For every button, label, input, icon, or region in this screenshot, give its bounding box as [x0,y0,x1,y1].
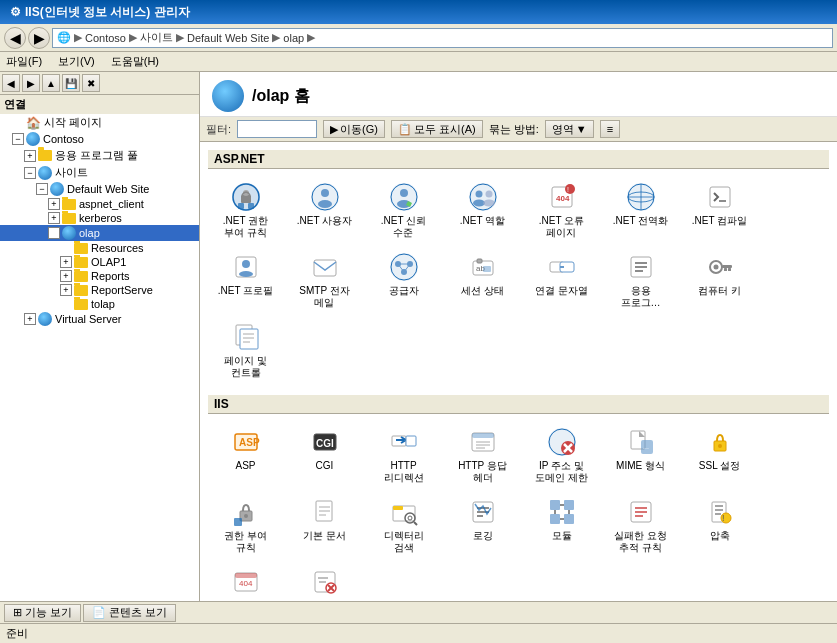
sidebar-item-tolap[interactable]: tolap [0,297,199,311]
sidebar-up[interactable]: ▲ [42,74,60,92]
expand-icon[interactable]: + [60,270,72,282]
icon-item-req-filter[interactable]: 요청 필터링 [287,562,362,601]
session-label: 세션 상태 [461,285,504,297]
icon-item-ssl[interactable]: SSL 설정 [682,422,757,488]
move-button[interactable]: ▶ 이동(G) [323,120,385,138]
icon-item-mime[interactable]: ...MIME 형식 [603,422,678,488]
svg-rect-94 [393,506,403,510]
view-options-button[interactable]: ≡ [600,120,620,138]
svg-point-12 [400,189,408,197]
breadcrumb-contoso[interactable]: Contoso [85,32,126,44]
expand-icon[interactable]: + [24,150,36,162]
sidebar-item-kerberos[interactable]: +kerberos [0,211,199,225]
feature-view-button[interactable]: ⊞ 기능 보기 [4,604,81,622]
address-bar: ◀ ▶ 🌐 ▶ Contoso ▶ 사이트 ▶ Default Web Site… [0,24,837,52]
icon-item-auth[interactable]: 권한 부여 규칙 [208,492,283,558]
svg-point-55 [713,265,718,270]
breadcrumb-default[interactable]: Default Web Site [187,32,269,44]
expand-icon[interactable]: + [24,313,36,325]
expand-icon[interactable]: − [48,227,60,239]
sidebar-item-olap[interactable]: −olap [0,225,199,241]
sidebar-close[interactable]: ✖ [82,74,100,92]
sidebar-item-apppool[interactable]: +응용 프로그램 풀 [0,147,199,164]
svg-point-9 [318,200,332,208]
icon-item-provider[interactable]: 공급자 [366,247,441,313]
icon-item-asp[interactable]: ASPASP [208,422,283,488]
icon-item-session[interactable]: ab세션 상태 [445,247,520,313]
icon-grid-iis: ASPASPCGICGIHTTP 리디렉션HTTP 응답 헤더IP 주소 및 도… [208,422,829,601]
sidebar-item-defaultweb[interactable]: −Default Web Site [0,181,199,197]
expand-icon[interactable]: + [48,212,60,224]
icon-item-failed-req[interactable]: 실패한 요청 추적 규칙 [603,492,678,558]
group-dropdown[interactable]: 영역 ▼ [545,120,594,138]
sidebar-item-aspnet_client[interactable]: +aspnet_client [0,197,199,211]
icon-item-smtp[interactable]: SMTP 전자 메일 [287,247,362,313]
svg-rect-4 [238,203,244,209]
icon-item-pages[interactable]: 페이지 및 컨트롤 [208,317,283,383]
icon-item-appset[interactable]: 응용 프로그… [603,247,678,313]
mime-icon: ... [625,426,657,458]
icon-item-compress[interactable]: !압축 [682,492,757,558]
expand-icon[interactable]: + [60,256,72,268]
sidebar-item-reportserve[interactable]: +ReportServe [0,283,199,297]
back-button[interactable]: ◀ [4,27,26,49]
icon-item-net-redirect[interactable]: .NET 전역화 [603,177,678,243]
icon-item-dir-browse[interactable]: 디렉터리 검색 [366,492,441,558]
connstr-label: 연결 문자열 [535,285,588,297]
sidebar-item-sites[interactable]: −사이트 [0,164,199,181]
menu-file[interactable]: 파일(F) [6,54,42,69]
svg-rect-46 [483,266,491,272]
icon-item-net-profile[interactable]: .NET 프로필 [208,247,283,313]
net-role-icon [467,181,499,213]
expand-icon[interactable]: − [36,183,48,195]
icon-item-modules[interactable]: 모듈 [524,492,599,558]
icon-item-connstr[interactable]: 연결 문자열 [524,247,599,313]
icon-item-http-response[interactable]: HTTP 응답 헤더 [445,422,520,488]
expand-icon[interactable]: − [12,133,24,145]
sidebar-item-resources[interactable]: Resources [0,241,199,255]
svg-point-32 [242,260,250,268]
sidebar-item-contoso[interactable]: −Contoso [0,131,199,147]
sidebar-item-olap1[interactable]: +OLAP1 [0,255,199,269]
icon-item-net-404[interactable]: 404!.NET 오류 페이지 [524,177,599,243]
content-scroll[interactable]: ASP.NET.NET 권한 부여 규칙.NET 사용자.NET 신뢰 수준.N… [200,142,837,601]
menu-view[interactable]: 보기(V) [58,54,95,69]
expand-icon[interactable]: + [48,198,60,210]
breadcrumb-sites[interactable]: 사이트 [140,30,173,45]
icon-item-net-auth[interactable]: .NET 권한 부여 규칙 [208,177,283,243]
icon-item-net-role[interactable]: .NET 역할 [445,177,520,243]
content-header: /olap 홈 [200,72,837,117]
content-view-button[interactable]: 📄 콘텐츠 보기 [83,604,176,622]
expand-icon[interactable]: − [24,167,36,179]
icon-item-default-doc[interactable]: 기본 문서 [287,492,362,558]
sidebar-forward[interactable]: ▶ [22,74,40,92]
icon-item-error-pages[interactable]: 404오류 페이지 [208,562,283,601]
filter-input[interactable] [237,120,317,138]
sidebar-save[interactable]: 💾 [62,74,80,92]
show-all-button[interactable]: 📋 모두 표시(A) [391,120,483,138]
icon-item-machinekey[interactable]: 컴퓨터 키 [682,247,757,313]
sidebar-item-reports[interactable]: +Reports [0,269,199,283]
icon-item-net-trust[interactable]: .NET 신뢰 수준 [366,177,441,243]
sidebar-item-start[interactable]: 🏠시작 페이지 [0,114,199,131]
expand-icon[interactable]: + [60,284,72,296]
breadcrumb-olap[interactable]: olap [283,32,304,44]
sidebar-back[interactable]: ◀ [2,74,20,92]
logging-label: 로깅 [473,530,493,542]
filter-bar: 필터: ▶ 이동(G) 📋 모두 표시(A) 묶는 방법: 영역 ▼ ≡ [200,117,837,142]
icon-item-logging[interactable]: 로깅 [445,492,520,558]
icon-item-net-compile[interactable]: .NET 컴파일 [682,177,757,243]
net-user-icon [309,181,341,213]
sidebar: ◀ ▶ ▲ 💾 ✖ 연결 🏠시작 페이지−Contoso+응용 프로그램 풀−사… [0,72,200,601]
tree-label: Reports [91,270,130,282]
icon-item-cgi[interactable]: CGICGI [287,422,362,488]
dir-browse-icon [388,496,420,528]
sidebar-item-virtualserver[interactable]: +Virtual Server [0,311,199,327]
icon-item-net-user[interactable]: .NET 사용자 [287,177,362,243]
net-404-label: .NET 오류 페이지 [539,215,584,239]
menu-help[interactable]: 도움말(H) [111,54,159,69]
icon-item-ip-restrict[interactable]: IP 주소 및 도메인 제한 [524,422,599,488]
section-iis: IISASPASPCGICGIHTTP 리디렉션HTTP 응답 헤더IP 주소 … [208,395,829,601]
forward-button[interactable]: ▶ [28,27,50,49]
icon-item-http-redirect[interactable]: HTTP 리디렉션 [366,422,441,488]
